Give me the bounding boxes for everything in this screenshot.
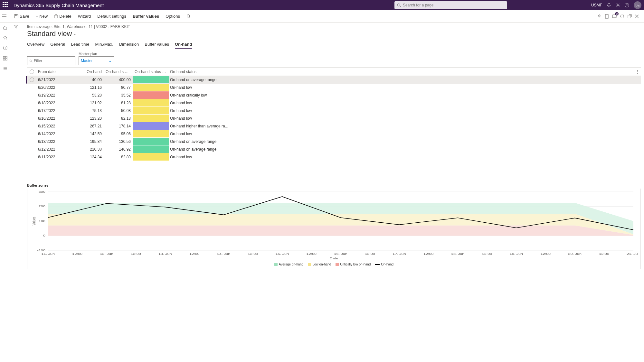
- master-plan-select[interactable]: Master ⌄: [79, 56, 114, 65]
- attach-icon[interactable]: [605, 14, 609, 19]
- copilot-icon[interactable]: [597, 14, 601, 19]
- table-row[interactable]: 6/15/2022267.21178.14On-hand higher than…: [27, 122, 641, 130]
- cell-statu: 82.89: [104, 155, 133, 159]
- tab-on-hand[interactable]: On-hand: [175, 41, 192, 49]
- app-launcher-icon[interactable]: [3, 2, 9, 8]
- tab-general[interactable]: General: [50, 41, 65, 49]
- cell-status: On-hand low: [169, 132, 634, 136]
- refresh-icon[interactable]: [620, 14, 624, 19]
- notifications-icon[interactable]: [607, 3, 611, 7]
- svg-rect-23: [3, 59, 5, 60]
- cell-onhand: 124.34: [75, 155, 104, 159]
- left-nav-rail: [0, 23, 10, 362]
- popout-icon[interactable]: [628, 14, 632, 18]
- svg-rect-10: [55, 15, 57, 18]
- svg-line-1: [400, 6, 401, 7]
- messages-icon[interactable]: 0: [612, 14, 617, 19]
- modules-icon[interactable]: [3, 66, 7, 71]
- table-row[interactable]: 6/20/2022121.1680.77On-hand low: [27, 84, 641, 91]
- cell-onhand: 123.20: [75, 116, 104, 121]
- filter-rail: [10, 23, 21, 362]
- table-row[interactable]: 6/21/202240.00400.00On-hand on average r…: [26, 76, 641, 84]
- col-onhand-statu[interactable]: On-hand statu...: [104, 70, 133, 74]
- global-search-input[interactable]: [403, 3, 505, 7]
- cell-date: 6/19/2022: [37, 93, 75, 97]
- chart-title: Buffer zones: [27, 183, 641, 187]
- svg-text:200: 200: [39, 205, 45, 208]
- svg-text:12:00: 12:00: [540, 252, 551, 255]
- svg-rect-24: [5, 59, 7, 60]
- cell-date: 6/12/2022: [37, 147, 75, 152]
- close-icon[interactable]: [635, 14, 639, 18]
- col-onhand-color[interactable]: On-hand status color: [133, 70, 169, 74]
- cell-status: On-hand low: [169, 108, 634, 113]
- star-icon[interactable]: [3, 35, 7, 40]
- table-row[interactable]: 6/18/2022121.9281.28On-hand low: [27, 99, 641, 107]
- wizard-label: Wizard: [78, 14, 91, 19]
- user-avatar[interactable]: BE: [634, 1, 641, 9]
- new-label: New: [39, 14, 48, 19]
- table-row[interactable]: 6/17/202275.1350.08On-hand low: [27, 107, 641, 115]
- chevron-down-icon: ⌄: [109, 59, 112, 63]
- search-icon: [186, 14, 191, 18]
- page-title[interactable]: Standard view ⌄: [27, 30, 641, 38]
- select-all-radio[interactable]: [30, 70, 34, 74]
- svg-line-14: [189, 17, 190, 18]
- buffer-values-button[interactable]: Buffer values: [129, 10, 162, 22]
- cell-status: On-hand higher than average ra...: [169, 124, 634, 128]
- svg-rect-22: [5, 56, 7, 58]
- tab-min-max-[interactable]: Min./Max.: [95, 41, 113, 49]
- col-onhand-status[interactable]: On-hand status: [169, 70, 634, 74]
- cell-date: 6/13/2022: [37, 139, 75, 144]
- company-picker[interactable]: USMF: [591, 3, 602, 7]
- table-row[interactable]: 6/19/202253.2835.52On-hand critically lo…: [27, 91, 641, 99]
- legend-onhand: On-hand: [381, 263, 393, 266]
- funnel-icon[interactable]: [14, 24, 18, 362]
- options-button[interactable]: Options: [162, 10, 183, 22]
- recent-icon[interactable]: [3, 46, 7, 50]
- cell-date: 6/16/2022: [37, 116, 75, 121]
- grid-more-icon[interactable]: ⋮: [634, 70, 641, 74]
- svg-text:13. Jun: 13. Jun: [158, 252, 172, 255]
- home-icon[interactable]: [3, 25, 7, 30]
- cell-statu: 130.56: [104, 139, 133, 144]
- page-title-text: Standard view: [27, 30, 72, 38]
- grid-header: From date On-hand On-hand statu... On-ha…: [27, 68, 641, 76]
- default-settings-button[interactable]: Default settings: [94, 10, 129, 22]
- delete-button[interactable]: Delete: [51, 10, 75, 22]
- wizard-button[interactable]: Wizard: [75, 10, 94, 22]
- cell-status: On-hand on average range: [169, 147, 634, 152]
- svg-text:19. Jun: 19. Jun: [510, 252, 523, 255]
- svg-text:11. Jun: 11. Jun: [42, 252, 55, 255]
- table-row[interactable]: 6/13/2022195.84130.56On-hand on average …: [27, 138, 641, 145]
- new-button[interactable]: + New: [33, 10, 51, 22]
- cell-color: [133, 91, 169, 99]
- find-button[interactable]: [183, 10, 194, 22]
- global-search[interactable]: [394, 1, 507, 9]
- nav-toggle-icon[interactable]: [2, 14, 11, 19]
- workspaces-icon[interactable]: [3, 56, 7, 60]
- svg-rect-21: [3, 56, 5, 58]
- table-row[interactable]: 6/11/2022124.3482.89On-hand low: [27, 153, 641, 161]
- table-row[interactable]: 6/14/2022142.5995.06On-hand low: [27, 130, 641, 138]
- cell-color: [133, 138, 169, 145]
- tab-dimension[interactable]: Dimension: [119, 41, 139, 49]
- tab-lead-time[interactable]: Lead time: [71, 41, 89, 49]
- row-radio[interactable]: [30, 78, 34, 82]
- cell-color: [133, 99, 169, 107]
- save-button[interactable]: Save: [11, 10, 33, 22]
- svg-rect-9: [15, 14, 17, 16]
- settings-icon[interactable]: [616, 3, 620, 7]
- svg-line-29: [32, 61, 32, 62]
- tab-buffer-values[interactable]: Buffer values: [145, 41, 169, 49]
- grid-filter[interactable]: [27, 56, 75, 65]
- tab-overview[interactable]: Overview: [27, 41, 44, 49]
- help-icon[interactable]: ?: [625, 3, 629, 7]
- cell-color: [133, 76, 169, 83]
- col-from-date[interactable]: From date: [37, 70, 75, 74]
- cell-statu: 146.92: [104, 147, 133, 152]
- col-onhand[interactable]: On-hand: [75, 70, 104, 74]
- table-row[interactable]: 6/16/2022123.2082.13On-hand low: [27, 115, 641, 122]
- table-row[interactable]: 6/12/2022220.38146.92On-hand on average …: [27, 145, 641, 153]
- grid-filter-input[interactable]: [34, 59, 73, 63]
